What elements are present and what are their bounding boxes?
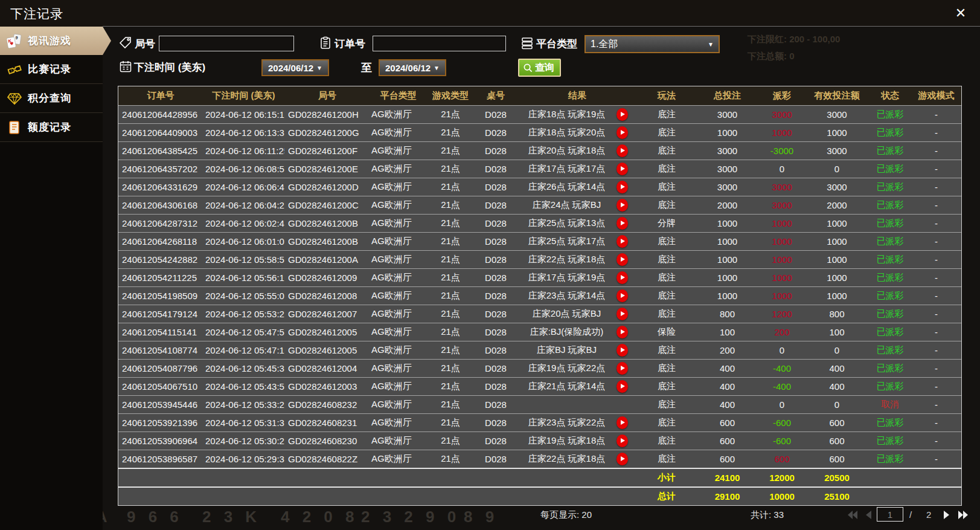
table-row: 240612064287312 2024-06-12 06:02:48 GD02…: [118, 214, 961, 232]
col-header: 派彩: [759, 90, 805, 102]
status-cell: 已派彩: [869, 272, 911, 283]
payout-cell: 600: [759, 454, 805, 464]
cell-play-method: 底注: [638, 363, 696, 374]
first-page-icon[interactable]: [846, 508, 859, 522]
status-cell: 已派彩: [869, 417, 911, 428]
sidebar-item-video-games[interactable]: 9 K 视讯游戏: [0, 27, 111, 55]
cell-bet-time: 2024-06-12 06:15:19: [203, 109, 284, 120]
cell-order-number: 240612053896587: [118, 454, 203, 464]
cell-game-mode: -: [911, 291, 961, 301]
cell-result: 庄家18点 玩家20点: [517, 124, 638, 141]
play-button[interactable]: [617, 181, 628, 193]
cell-valid-bet: 1000: [805, 273, 869, 283]
table-row: 240612064306168 2024-06-12 06:04:26 GD02…: [118, 196, 961, 214]
cell-game-type: 21点: [426, 163, 475, 175]
play-button[interactable]: [617, 435, 628, 447]
cell-table-number: D028: [475, 200, 517, 210]
cell-valid-bet: 800: [805, 309, 869, 319]
play-button[interactable]: [617, 144, 628, 157]
cell-game-type: 21点: [426, 399, 475, 410]
round-input[interactable]: [159, 36, 294, 51]
page-number-input[interactable]: [877, 507, 903, 522]
cell-game-mode: -: [911, 128, 961, 138]
cell-valid-bet: 1000: [805, 291, 869, 301]
play-button[interactable]: [617, 416, 628, 429]
prev-page-icon[interactable]: [862, 508, 876, 522]
cell-valid-bet: 600: [805, 436, 869, 446]
status-cell: 已派彩: [869, 326, 911, 338]
cell-game-mode: -: [911, 327, 961, 337]
order-number-input[interactable]: [373, 36, 506, 51]
subtotal-payout: 12000: [759, 473, 805, 483]
status-cell: 已派彩: [869, 344, 911, 356]
close-icon[interactable]: ✕: [952, 5, 969, 22]
bet-time-filter-label: 下注时间 (美东): [134, 60, 205, 74]
cell-game-mode: -: [911, 254, 961, 265]
cell-game-type: 21点: [426, 308, 475, 320]
play-button[interactable]: [617, 453, 628, 465]
platform-select[interactable]: 1.全部 ▼: [584, 35, 720, 53]
cell-table-number: D028: [475, 381, 517, 392]
cell-platform: AG欧洲厅: [370, 236, 426, 247]
table-row: 240612054242882 2024-06-12 05:58:55 GD02…: [118, 250, 961, 268]
last-page-icon[interactable]: [956, 508, 970, 522]
col-header: 局号: [284, 90, 370, 102]
play-button[interactable]: [617, 362, 628, 375]
play-button[interactable]: [617, 217, 628, 230]
sidebar-item-match-records[interactable]: 比赛记录: [0, 55, 103, 84]
play-button[interactable]: [617, 380, 628, 393]
cell-order-number: 240612054179124: [118, 309, 203, 319]
col-header: 订单号: [118, 90, 203, 102]
total-count-label: 共计: 33: [751, 509, 784, 521]
cell-valid-bet: 1000: [805, 218, 869, 228]
cell-result: 庄家26点 玩家14点: [517, 178, 638, 196]
cell-bet-time: 2024-06-12 06:13:30: [203, 128, 284, 138]
play-button[interactable]: [617, 289, 628, 302]
cell-game-mode: -: [911, 436, 961, 446]
search-button[interactable]: 查询: [518, 59, 561, 77]
cell-order-number: 240612064385425: [118, 146, 203, 156]
cell-order-number: 240612064331629: [118, 182, 203, 192]
play-button[interactable]: [617, 344, 628, 357]
background-text: 下注限红: 200 - 100,00: [748, 34, 840, 45]
play-button[interactable]: [617, 126, 628, 139]
cell-game-mode: -: [911, 273, 961, 283]
cell-round-number: GD0282461200E: [284, 164, 370, 174]
cell-bet-time: 2024-06-12 05:56:13: [203, 273, 284, 283]
cell-valid-bet: 600: [805, 418, 869, 428]
table-row: 240612053945446 2024-06-12 05:33:27 GD02…: [118, 395, 961, 413]
cell-table-number: D028: [475, 418, 517, 428]
cell-game-type: 21点: [426, 453, 475, 465]
table-row: 240612054067510 2024-06-12 05:43:58 GD02…: [118, 377, 961, 395]
cell-valid-bet: 0: [805, 399, 869, 410]
cell-platform: AG欧洲厅: [370, 254, 426, 265]
cell-play-method: 底注: [638, 236, 696, 247]
total-valid: 25100: [805, 491, 869, 502]
cell-play-method: 底注: [638, 199, 696, 211]
play-button[interactable]: [617, 253, 628, 266]
cell-table-number: D028: [475, 218, 517, 228]
cell-bet-time: 2024-06-12 06:11:25: [203, 146, 284, 156]
play-button[interactable]: [617, 308, 628, 320]
play-button[interactable]: [617, 199, 628, 212]
next-page-icon[interactable]: [940, 508, 953, 522]
date-from-dropdown[interactable]: 2024/06/12 ▼: [261, 59, 329, 76]
play-button[interactable]: [617, 235, 628, 248]
cell-game-type: 21点: [426, 435, 475, 447]
play-button[interactable]: [617, 108, 628, 121]
cell-platform: AG欧洲厅: [370, 417, 426, 428]
cell-platform: AG欧洲厅: [370, 272, 426, 283]
payout-cell: 1000: [759, 273, 805, 283]
play-button[interactable]: [617, 271, 628, 284]
date-to-value: 2024/06/12: [385, 63, 431, 73]
cell-platform: AG欧洲厅: [370, 344, 426, 356]
sidebar-item-quota-records[interactable]: 额度记录: [0, 113, 103, 142]
cell-total-bet: 600: [696, 418, 759, 428]
cell-play-method: 分牌: [638, 218, 696, 229]
date-to-dropdown[interactable]: 2024/06/12 ▼: [379, 59, 446, 76]
play-button[interactable]: [617, 326, 628, 338]
cell-game-mode: -: [911, 236, 961, 247]
cell-play-method: 底注: [638, 399, 696, 410]
play-button[interactable]: [617, 163, 628, 175]
sidebar-item-points-query[interactable]: 积分查询: [0, 84, 103, 113]
